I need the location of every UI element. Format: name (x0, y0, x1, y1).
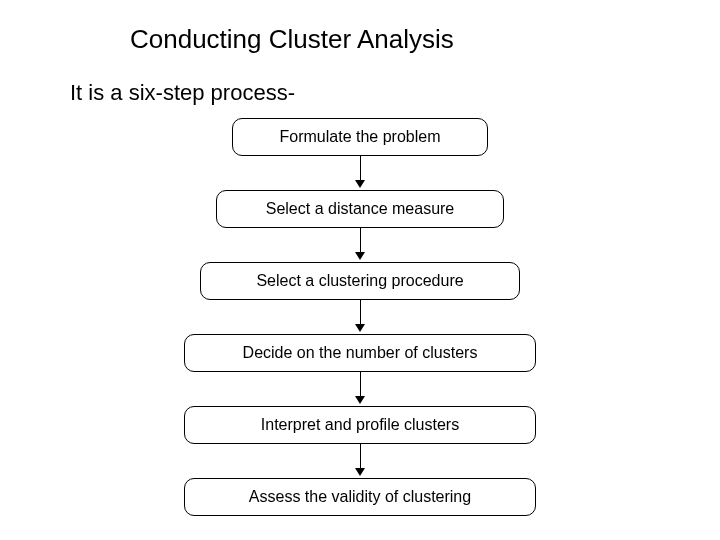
flow-step-1: Formulate the problem (0, 118, 720, 156)
slide-subtitle: It is a six-step process- (70, 80, 295, 106)
flow-step-2: Select a distance measure (0, 190, 720, 228)
flow-step-3: Select a clustering procedure (0, 262, 720, 300)
slide: Conducting Cluster Analysis It is a six-… (0, 0, 720, 540)
step-box: Formulate the problem (232, 118, 488, 156)
step-box: Select a clustering procedure (200, 262, 520, 300)
flow-step-4: Decide on the number of clusters (0, 334, 720, 372)
flowchart: Formulate the problemSelect a distance m… (0, 118, 720, 516)
step-box: Decide on the number of clusters (184, 334, 536, 372)
arrow-down-icon (0, 372, 720, 406)
step-box: Interpret and profile clusters (184, 406, 536, 444)
flow-step-6: Assess the validity of clustering (0, 478, 720, 516)
arrow-down-icon (0, 300, 720, 334)
step-box: Assess the validity of clustering (184, 478, 536, 516)
step-box: Select a distance measure (216, 190, 504, 228)
arrow-down-icon (0, 444, 720, 478)
slide-title: Conducting Cluster Analysis (130, 24, 454, 55)
flow-step-5: Interpret and profile clusters (0, 406, 720, 444)
arrow-down-icon (0, 228, 720, 262)
arrow-down-icon (0, 156, 720, 190)
